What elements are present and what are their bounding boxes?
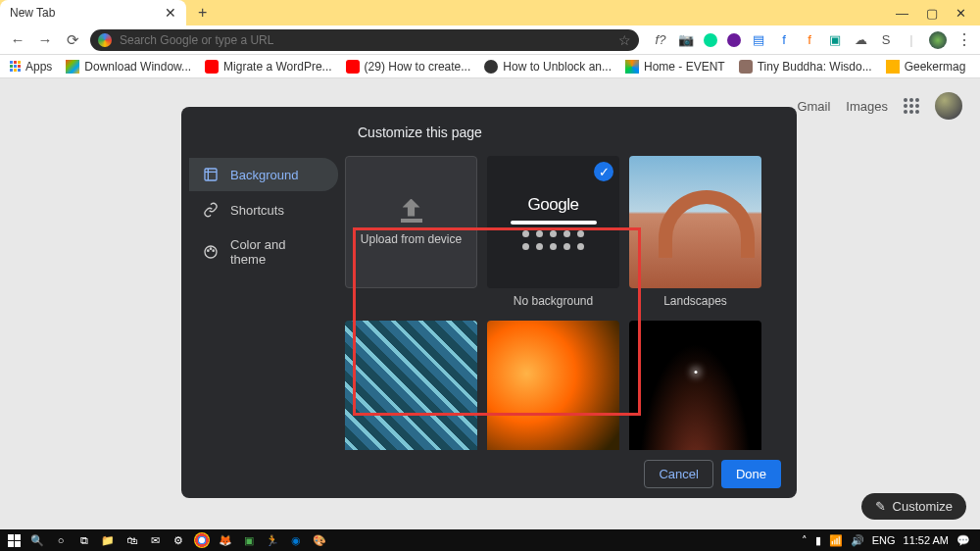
navigation-bar: ← → ⟳ ☆ f? 📷 ▤ f f ▣ ☁ S | ⋮ (0, 25, 980, 55)
app-icon-2[interactable]: ▣ (239, 530, 259, 550)
event-icon (625, 60, 639, 74)
profile-avatar-icon[interactable] (929, 31, 947, 49)
customize-label: Customize (893, 499, 953, 514)
tray-up-icon[interactable]: ˄ (802, 534, 808, 547)
omnibox-input[interactable] (120, 33, 611, 47)
bookmark-label: Home - EVENT (644, 60, 725, 74)
clock[interactable]: 11:52 AM (904, 534, 949, 546)
bookmark-how-to-create[interactable]: (29) How to create... (346, 60, 471, 74)
gmail-link[interactable]: Gmail (797, 99, 830, 114)
background-tiles: Upload from device ✓ Google No backgroun… (338, 150, 797, 450)
cancel-button[interactable]: Cancel (644, 460, 712, 488)
language-indicator[interactable]: ENG (872, 534, 896, 546)
search-button[interactable]: 🔍 (27, 530, 47, 550)
sidebar-item-label: Background (230, 168, 298, 182)
minimize-button[interactable]: — (896, 6, 908, 21)
upload-base-icon (401, 219, 422, 223)
tile-label: No background (514, 294, 593, 308)
youtube-icon (346, 60, 360, 74)
windows-taskbar: 🔍 ○ ⧉ 📁 🛍 ✉ ⚙ 🦊 ▣ 🏃 ◉ 🎨 ˄ ▮ 📶 🔊 ENG 11:5… (0, 529, 980, 551)
forward-button[interactable]: → (35, 30, 55, 50)
tile-landscapes[interactable]: Landscapes (628, 156, 762, 313)
google-search-icon (98, 33, 112, 47)
mail-icon[interactable]: ✉ (145, 530, 165, 550)
google-profile-avatar[interactable] (935, 92, 962, 120)
new-tab-button[interactable]: + (198, 4, 207, 22)
tile-textures[interactable] (486, 321, 620, 450)
tile-no-background[interactable]: ✓ Google No background (486, 156, 620, 313)
dialog-footer: Cancel Done (181, 450, 797, 498)
sidebar-item-label: Shortcuts (230, 203, 284, 218)
bookmark-how-to-unblock[interactable]: How to Unblock an... (484, 60, 612, 74)
extension-panel-icon[interactable]: ▤ (751, 32, 766, 48)
wifi-icon[interactable]: 📶 (829, 534, 843, 547)
window-titlebar: New Tab ✕ + — ▢ ✕ (0, 0, 980, 25)
landscape-thumbnail (629, 156, 761, 288)
google-apps-icon[interactable] (904, 98, 919, 114)
bookmark-tiny-buddha[interactable]: Tiny Buddha: Wisdo... (739, 60, 872, 74)
extension-teal-icon[interactable]: ▣ (827, 32, 843, 48)
extension-green-icon[interactable] (704, 33, 717, 47)
bookmark-geekermag[interactable]: Geekermag (886, 60, 966, 74)
customize-dialog: Customize this page Background Shortcuts… (181, 107, 797, 498)
link-icon (203, 202, 219, 218)
maximize-button[interactable]: ▢ (926, 6, 938, 21)
extension-purple-icon[interactable] (727, 33, 741, 47)
bookmark-download-windows[interactable]: Download Window... (66, 60, 191, 74)
file-explorer-icon[interactable]: 📁 (98, 530, 118, 550)
chrome-icon[interactable] (194, 532, 210, 548)
images-link[interactable]: Images (846, 99, 888, 114)
sidebar-item-shortcuts[interactable]: Shortcuts (189, 193, 338, 226)
facebook-icon[interactable]: f (776, 32, 792, 48)
customize-button[interactable]: ✎ Customize (861, 493, 966, 520)
bookmark-star-icon[interactable]: ☆ (618, 32, 631, 48)
apps-icon (10, 61, 21, 72)
apps-label: Apps (25, 60, 52, 74)
notifications-icon[interactable]: 💬 (956, 534, 970, 547)
battery-icon[interactable]: ▮ (815, 534, 821, 547)
done-button[interactable]: Done (721, 460, 781, 488)
youtube-icon (205, 60, 219, 74)
close-tab-icon[interactable]: ✕ (165, 5, 176, 21)
paint-icon[interactable]: 🎨 (310, 530, 329, 550)
app-icon-1[interactable]: 🦊 (216, 530, 235, 550)
bookmark-label: How to Unblock an... (503, 60, 612, 74)
window-controls: — ▢ ✕ (896, 6, 980, 21)
close-window-button[interactable]: ✕ (956, 6, 966, 21)
toolbar-extensions: f? 📷 ▤ f f ▣ ☁ S | ⋮ (647, 31, 972, 49)
sidebar-item-background[interactable]: Background (189, 158, 338, 191)
sidebar-item-color-theme[interactable]: Color and theme (189, 228, 338, 276)
bookmark-home-event[interactable]: Home - EVENT (625, 60, 725, 74)
bookmark-migrate-wordpress[interactable]: Migrate a WordPre... (205, 60, 331, 74)
address-bar[interactable]: ☆ (90, 29, 639, 51)
tile-label: Landscapes (663, 294, 727, 308)
svg-point-2 (208, 250, 209, 251)
edge-icon[interactable]: ◉ (286, 530, 306, 550)
settings-icon[interactable]: ⚙ (169, 530, 188, 550)
extension-cloud-icon[interactable]: ☁ (853, 32, 868, 48)
browser-tab[interactable]: New Tab ✕ (0, 0, 186, 25)
facebook-orange-icon[interactable]: f (802, 32, 817, 48)
camera-icon[interactable]: 📷 (678, 32, 694, 48)
apps-shortcut[interactable]: Apps (10, 60, 52, 74)
chrome-menu-icon[interactable]: ⋮ (956, 32, 972, 48)
globe-icon (484, 60, 498, 74)
earth-thumbnail (629, 321, 761, 450)
tile-upload[interactable]: Upload from device (344, 156, 478, 313)
extension-fquery-icon[interactable]: f? (653, 32, 668, 48)
bookmark-label: (29) How to create... (365, 60, 471, 74)
sound-icon[interactable]: 🔊 (851, 534, 864, 547)
svg-rect-0 (205, 169, 217, 180)
extension-s-icon[interactable]: S (878, 32, 894, 48)
reload-button[interactable]: ⟳ (63, 30, 82, 50)
shortcuts-row1-graphic (522, 230, 584, 237)
pencil-icon: ✎ (875, 499, 886, 514)
tile-earth[interactable] (628, 321, 762, 450)
back-button[interactable]: ← (8, 30, 27, 50)
task-view-button[interactable]: ⧉ (74, 530, 94, 550)
app-icon-3[interactable]: 🏃 (263, 530, 282, 550)
cortana-button[interactable]: ○ (51, 530, 71, 550)
start-button[interactable] (4, 530, 24, 550)
store-icon[interactable]: 🛍 (122, 530, 141, 550)
tile-architecture[interactable] (344, 321, 478, 450)
